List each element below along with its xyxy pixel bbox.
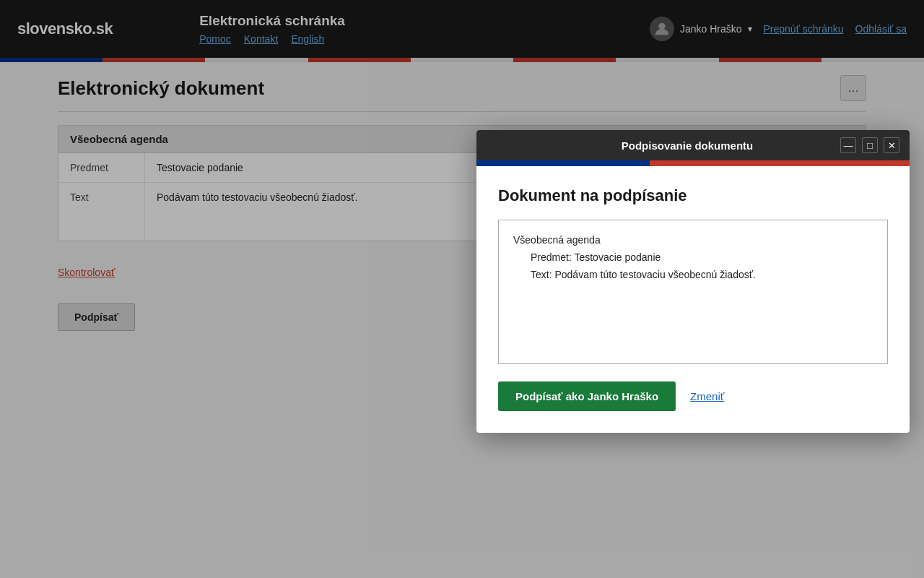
modal-footer: Podpísať ako Janko Hraško Zmeniť [498,381,888,411]
modal-dialog: Podpisovanie dokumentu — □ ✕ Dokument na… [476,130,910,433]
doc-line3: Text: Podávam túto testovaciu všeobecnú … [513,267,873,284]
modal-close-button[interactable]: ✕ [884,137,899,153]
modal-controls: — □ ✕ [840,137,899,153]
modal-stripe [476,160,910,166]
doc-line2: Predmet: Testovacie podanie [513,249,873,267]
modal-body: Dokument na podpísanie Všeobecná agenda … [476,166,910,433]
modal-overlay: Podpisovanie dokumentu — □ ✕ Dokument na… [0,0,924,578]
modal-minimize-button[interactable]: — [840,137,856,153]
modal-title: Podpisovanie dokumentu [534,139,840,152]
doc-line1: Všeobecná agenda [513,232,873,249]
zmenit-link[interactable]: Zmeniť [690,390,724,402]
sign-button[interactable]: Podpísať ako Janko Hraško [498,381,676,411]
modal-doc-title: Dokument na podpísanie [498,186,888,205]
modal-titlebar: Podpisovanie dokumentu — □ ✕ [476,130,910,160]
modal-maximize-button[interactable]: □ [862,137,878,153]
doc-preview: Všeobecná agenda Predmet: Testovacie pod… [498,220,888,364]
